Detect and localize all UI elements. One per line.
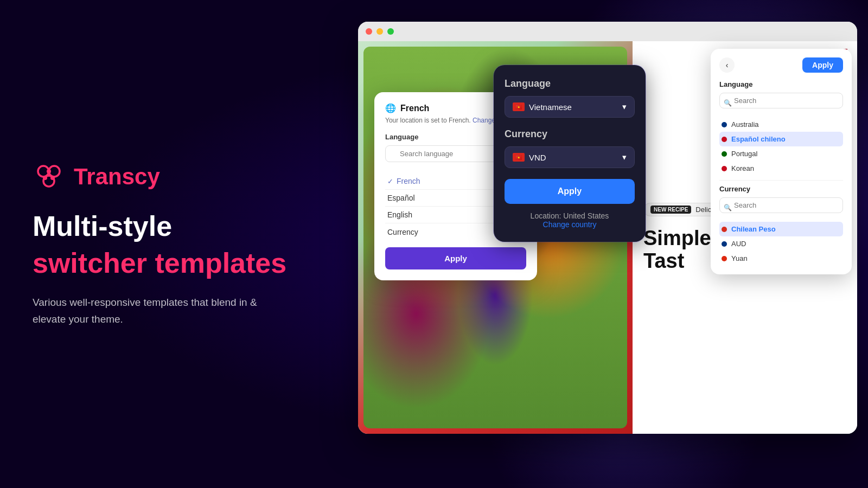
right-currency-search-input[interactable] <box>719 197 843 213</box>
right-lang-australia[interactable]: Australia <box>719 117 843 132</box>
flag-dot-au <box>722 122 727 127</box>
right-currency-section-label: Currency <box>719 185 843 193</box>
change-country-link[interactable]: Change country <box>505 220 635 229</box>
right-lang-espanol-chileno[interactable]: Español chileno <box>719 132 843 146</box>
right-panel: ★★★★★★ ★★★★★ ★★★★★★ NEW RECIPE Delicious… <box>342 22 857 466</box>
right-lang-korean[interactable]: Korean <box>719 161 843 176</box>
apply-button-right[interactable]: Apply <box>802 57 843 73</box>
right-currency-aud[interactable]: AUD <box>719 236 843 251</box>
vn-flag-icon: 🇻🇳 <box>513 102 525 111</box>
left-panel: Transcy Multi-style switcher templates V… <box>33 0 336 488</box>
flag-dot-yuan <box>722 256 727 261</box>
svg-point-3 <box>47 169 51 174</box>
right-currency-search-wrap: 🔍 <box>719 197 843 217</box>
right-currency-yuan[interactable]: Yuan <box>719 251 843 266</box>
dropdown-chevron-2: ▾ <box>622 152 627 162</box>
right-currency-chilean-peso[interactable]: Chilean Peso <box>719 222 843 236</box>
location-text: Location: United States <box>505 211 635 220</box>
right-lang-portugal[interactable]: Portugal <box>719 146 843 161</box>
transcy-logo-icon <box>33 160 65 193</box>
right-search-lang-icon: 🔍 <box>724 99 732 107</box>
right-search-cur-icon: 🔍 <box>724 204 732 211</box>
apply-button-french[interactable]: Apply <box>385 247 526 269</box>
viet-currency-dropdown[interactable]: 🇻🇳 VND ▾ <box>505 146 635 168</box>
svg-point-4 <box>43 176 47 180</box>
modal-viet: Language 🇻🇳 Vietnamese ▾ Currency 🇻🇳 VND… <box>494 65 646 242</box>
viet-lang-value: 🇻🇳 Vietnamese <box>513 102 572 112</box>
headline-line1: Multi-style <box>33 210 336 243</box>
logo-text: Transcy <box>74 164 160 190</box>
browser-topbar <box>358 22 857 41</box>
headline-line2: switcher templates <box>33 247 336 280</box>
check-icon: ✓ <box>387 177 393 185</box>
modal-right: ‹ Apply Language 🔍 Australia Español chi… <box>711 49 852 274</box>
modal-french-title: French <box>400 104 429 113</box>
logo-row: Transcy <box>33 160 336 193</box>
viet-currency-label: Currency <box>505 129 635 140</box>
right-lang-search-input[interactable] <box>719 93 843 108</box>
new-recipe-tag: NEW RECIPE <box>650 206 691 214</box>
dropdown-chevron: ▾ <box>622 102 627 112</box>
divider <box>719 180 843 181</box>
vnd-flag-icon: 🇻🇳 <box>513 153 525 162</box>
right-lang-search-wrap: 🔍 <box>719 93 843 113</box>
flag-dot-aud <box>722 241 727 247</box>
viet-lang-dropdown[interactable]: 🇻🇳 Vietnamese ▾ <box>505 96 635 118</box>
subtext: Various well-responsive templates that b… <box>33 294 293 328</box>
browser-dot-green <box>387 28 394 35</box>
browser-dot-yellow <box>376 28 383 35</box>
back-button[interactable]: ‹ <box>719 57 735 73</box>
globe-icon: 🌐 <box>385 103 396 113</box>
flag-dot-es <box>722 137 727 142</box>
viet-currency-value: 🇻🇳 VND <box>513 153 546 162</box>
apply-button-viet[interactable]: Apply <box>505 179 635 204</box>
right-lang-section-label: Language <box>719 80 843 88</box>
flag-dot-cl <box>722 227 727 232</box>
svg-point-5 <box>50 176 55 180</box>
modal-right-header: ‹ Apply <box>719 57 843 73</box>
flag-dot-kr <box>722 166 727 171</box>
change-link[interactable]: Change <box>473 117 495 124</box>
flag-dot-pt <box>722 151 727 157</box>
browser-dot-red <box>366 28 372 35</box>
viet-lang-label: Language <box>505 78 635 89</box>
